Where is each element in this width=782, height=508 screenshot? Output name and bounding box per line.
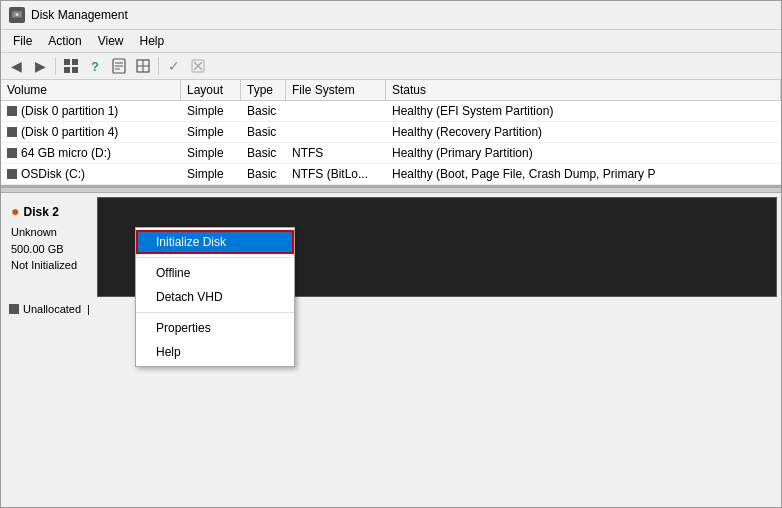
context-menu: Initialize Disk Offline Detach VHD Prope… — [135, 227, 295, 367]
disk2-label: ● Disk 2 Unknown 500.00 GB Not Initializ… — [5, 197, 95, 297]
disk-indicator-3 — [7, 169, 17, 179]
svg-rect-2 — [14, 17, 20, 18]
checkmark-button[interactable]: ✓ — [163, 55, 185, 77]
menu-view[interactable]: View — [90, 32, 132, 50]
svg-rect-5 — [64, 67, 70, 73]
col-header-status[interactable]: Status — [386, 80, 781, 100]
ctx-properties[interactable]: Properties — [136, 316, 294, 340]
properties-button[interactable] — [108, 55, 130, 77]
cell-fs-3: NTFS (BitLo... — [286, 165, 386, 183]
expand-button[interactable] — [132, 55, 154, 77]
cell-type-2: Basic — [241, 144, 286, 162]
cell-layout-3: Simple — [181, 165, 241, 183]
disk2-type: Unknown — [11, 224, 89, 241]
menu-action[interactable]: Action — [40, 32, 89, 50]
col-header-type[interactable]: Type — [241, 80, 286, 100]
cell-layout-0: Simple — [181, 102, 241, 120]
toolbar-separator-2 — [158, 57, 159, 75]
back-button[interactable]: ◀ — [5, 55, 27, 77]
disk-map-section: ● Disk 2 Unknown 500.00 GB Not Initializ… — [1, 193, 781, 507]
svg-rect-6 — [72, 67, 78, 73]
table-row[interactable]: (Disk 0 partition 1) Simple Basic Health… — [1, 101, 781, 122]
cell-status-2: Healthy (Primary Partition) — [386, 144, 781, 162]
disk2-size: 500.00 GB — [11, 241, 89, 258]
volume-table: Volume Layout Type File System Status (D… — [1, 80, 781, 187]
cell-volume-2: 64 GB micro (D:) — [1, 144, 181, 162]
content-area: Volume Layout Type File System Status (D… — [1, 80, 781, 507]
disk2-name: Disk 2 — [23, 203, 58, 221]
disk-indicator-0 — [7, 106, 17, 116]
ctx-detach-vhd[interactable]: Detach VHD — [136, 285, 294, 309]
cell-status-0: Healthy (EFI System Partition) — [386, 102, 781, 120]
table-row[interactable]: OSDisk (C:) Simple Basic NTFS (BitLo... … — [1, 164, 781, 185]
svg-point-1 — [16, 13, 19, 16]
cell-volume-0: (Disk 0 partition 1) — [1, 102, 181, 120]
svg-rect-4 — [72, 59, 78, 65]
cell-type-0: Basic — [241, 102, 286, 120]
toolbar: ◀ ▶ ? ✓ — [1, 53, 781, 80]
disk-management-window: Disk Management File Action View Help ◀ … — [0, 0, 782, 508]
disk2-row: ● Disk 2 Unknown 500.00 GB Not Initializ… — [5, 197, 777, 297]
title-bar: Disk Management — [1, 1, 781, 30]
cell-fs-1 — [286, 130, 386, 134]
col-header-layout[interactable]: Layout — [181, 80, 241, 100]
disk-indicator-1 — [7, 127, 17, 137]
cell-type-3: Basic — [241, 165, 286, 183]
cancel-button[interactable] — [187, 55, 209, 77]
cell-fs-2: NTFS — [286, 144, 386, 162]
forward-button[interactable]: ▶ — [29, 55, 51, 77]
cell-layout-1: Simple — [181, 123, 241, 141]
cell-status-1: Healthy (Recovery Partition) — [386, 123, 781, 141]
menu-help[interactable]: Help — [132, 32, 173, 50]
table-header: Volume Layout Type File System Status — [1, 80, 781, 101]
table-row[interactable]: (Disk 0 partition 4) Simple Basic Health… — [1, 122, 781, 143]
col-header-volume[interactable]: Volume — [1, 80, 181, 100]
legend-row: Unallocated | — [5, 299, 777, 315]
disk-indicator-2 — [7, 148, 17, 158]
unallocated-label: Unallocated | — [9, 303, 90, 315]
svg-rect-3 — [64, 59, 70, 65]
window-title: Disk Management — [31, 8, 128, 22]
menu-file[interactable]: File — [5, 32, 40, 50]
ctx-offline[interactable]: Offline — [136, 261, 294, 285]
show-all-button[interactable] — [60, 55, 82, 77]
table-row[interactable]: 64 GB micro (D:) Simple Basic NTFS Healt… — [1, 143, 781, 164]
menu-bar: File Action View Help — [1, 30, 781, 53]
cell-volume-3: OSDisk (C:) — [1, 165, 181, 183]
help-button[interactable]: ? — [84, 55, 106, 77]
toolbar-separator-1 — [55, 57, 56, 75]
ctx-initialize-disk[interactable]: Initialize Disk — [136, 230, 294, 254]
cell-status-3: Healthy (Boot, Page File, Crash Dump, Pr… — [386, 165, 781, 183]
cell-layout-2: Simple — [181, 144, 241, 162]
ctx-help[interactable]: Help — [136, 340, 294, 364]
cell-fs-0 — [286, 109, 386, 113]
disk2-status: Not Initialized — [11, 257, 89, 274]
unalloc-square-icon — [9, 304, 19, 314]
app-icon — [9, 7, 25, 23]
ctx-separator-1 — [136, 257, 294, 258]
cell-type-1: Basic — [241, 123, 286, 141]
cell-volume-1: (Disk 0 partition 4) — [1, 123, 181, 141]
col-header-filesystem[interactable]: File System — [286, 80, 386, 100]
ctx-separator-2 — [136, 312, 294, 313]
